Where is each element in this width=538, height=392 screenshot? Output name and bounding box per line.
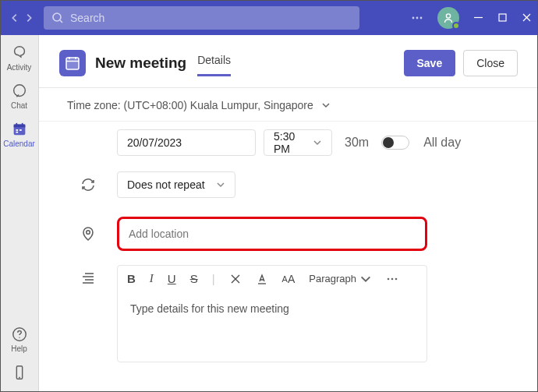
svg-point-5 <box>446 13 450 17</box>
svg-point-34 <box>391 277 394 280</box>
svg-line-1 <box>60 20 62 23</box>
editor-more-button[interactable] <box>386 273 398 285</box>
calendar-badge-icon <box>59 50 86 76</box>
title-bar <box>0 0 538 35</box>
location-field-highlight <box>117 217 427 251</box>
page-header: New meeting Details Save Close <box>39 35 538 81</box>
chevron-down-icon <box>313 138 322 147</box>
svg-rect-16 <box>19 129 22 131</box>
search-input[interactable] <box>70 12 352 24</box>
nav-arrows <box>9 12 34 23</box>
rail-activity[interactable]: Activity <box>0 40 39 78</box>
close-window-button[interactable] <box>522 12 532 23</box>
rail-calendar[interactable]: Calendar <box>0 116 39 154</box>
svg-point-0 <box>53 13 61 21</box>
location-icon <box>67 226 109 242</box>
svg-point-33 <box>388 277 390 280</box>
svg-rect-14 <box>21 123 23 126</box>
date-field[interactable]: 20/07/2023 <box>117 129 256 156</box>
search-icon <box>51 12 64 24</box>
timezone-label: Time zone: (UTC+08:00) Kuala Lumpur, Sin… <box>67 99 313 111</box>
description-icon <box>67 265 109 284</box>
svg-point-4 <box>420 16 423 19</box>
save-button[interactable]: Save <box>404 50 456 76</box>
svg-rect-7 <box>499 14 506 21</box>
svg-point-10 <box>13 85 25 97</box>
svg-point-35 <box>395 277 398 280</box>
recurrence-row: Does not repeat <box>39 164 538 206</box>
rail-help-label: Help <box>11 344 27 353</box>
date-value: 20/07/2023 <box>127 136 182 149</box>
rich-text-editor: B I U S | AA Paragraph <box>117 265 427 362</box>
svg-rect-12 <box>13 125 25 128</box>
rail-device[interactable] <box>0 359 39 392</box>
recurrence-field[interactable]: Does not repeat <box>117 171 235 198</box>
location-input[interactable] <box>129 228 416 240</box>
svg-point-19 <box>19 337 19 337</box>
recurrence-value: Does not repeat <box>127 178 205 191</box>
bold-button[interactable]: B <box>127 272 136 285</box>
chevron-down-icon <box>321 101 331 110</box>
presence-available-icon <box>452 22 460 30</box>
rail-chat-label: Chat <box>11 101 27 110</box>
editor-body[interactable]: Type details for this new meeting <box>118 291 427 362</box>
back-button[interactable] <box>9 12 20 23</box>
description-row: B I U S | AA Paragraph <box>39 262 538 370</box>
paragraph-label: Paragraph <box>309 273 356 284</box>
italic-button[interactable]: I <box>150 272 154 285</box>
close-button[interactable]: Close <box>463 50 518 76</box>
forward-button[interactable] <box>23 12 34 23</box>
svg-point-3 <box>416 16 419 19</box>
page-title: New meeting <box>95 55 186 72</box>
more-icon[interactable] <box>411 12 423 24</box>
svg-rect-15 <box>16 129 18 131</box>
avatar[interactable] <box>437 7 459 29</box>
minimize-button[interactable] <box>473 12 483 23</box>
svg-rect-22 <box>66 58 79 69</box>
datetime-row: 20/07/2023 5:30 PM 30m All day <box>39 122 538 164</box>
svg-point-2 <box>412 16 415 19</box>
location-row <box>39 206 538 262</box>
all-day-label: All day <box>423 136 461 150</box>
maximize-button[interactable] <box>497 12 508 23</box>
underline-button[interactable]: U <box>168 272 176 285</box>
svg-rect-13 <box>16 123 17 126</box>
font-color-button[interactable] <box>256 273 268 285</box>
editor-toolbar: B I U S | AA Paragraph <box>118 266 427 291</box>
font-size-button[interactable]: AA <box>282 273 296 285</box>
tab-details[interactable]: Details <box>197 49 231 76</box>
chevron-down-icon <box>216 180 225 189</box>
all-day-toggle[interactable] <box>381 136 409 150</box>
main-content: New meeting Details Save Close Time zone… <box>39 35 538 392</box>
rail-chat[interactable]: Chat <box>0 78 39 116</box>
paragraph-dropdown[interactable]: Paragraph <box>309 273 372 285</box>
repeat-icon <box>67 177 109 192</box>
time-field[interactable]: 5:30 PM <box>264 129 332 156</box>
rail-calendar-label: Calendar <box>3 139 35 148</box>
timezone-row[interactable]: Time zone: (UTC+08:00) Kuala Lumpur, Sin… <box>39 88 538 122</box>
svg-rect-17 <box>16 132 18 133</box>
duration-label: 30m <box>345 136 369 150</box>
search-field[interactable] <box>44 6 359 30</box>
strikethrough-button[interactable]: S <box>190 272 198 285</box>
highlight-button[interactable] <box>229 273 242 285</box>
editor-placeholder: Type details for this new meeting <box>130 302 289 315</box>
time-value: 5:30 PM <box>274 130 302 155</box>
rail-help[interactable]: Help <box>0 321 39 359</box>
app-rail: Activity Chat Calendar Help <box>0 35 39 392</box>
svg-point-27 <box>87 231 90 235</box>
rail-activity-label: Activity <box>7 63 32 72</box>
